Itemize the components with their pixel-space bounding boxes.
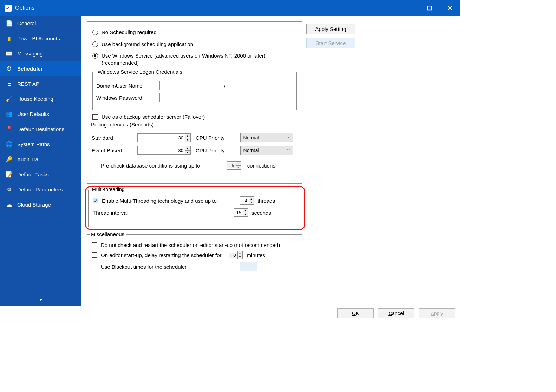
radio-windows-service-label: Use Windows Service (advanced users on W…	[102, 52, 288, 66]
sidebar-item-label: System Paths	[17, 141, 50, 147]
polling-legend: Polling Intervals (Seconds)	[90, 122, 155, 128]
misc-group: Miscellaneous Do not check and restart t…	[87, 234, 302, 287]
thread-interval-label: Thread interval	[93, 210, 234, 216]
standard-cpu-combo[interactable]: Normal ﹀	[240, 133, 293, 142]
sidebar-item-audittrail[interactable]: 🔑 Audit Trail	[0, 152, 81, 167]
nocheck-checkbox[interactable]	[92, 242, 97, 248]
down-arrow-icon[interactable]: ▼	[185, 138, 190, 142]
sidebar-item-label: Default Tasks	[17, 171, 49, 177]
down-arrow-icon[interactable]: ▼	[243, 213, 248, 217]
sidebar-item-general[interactable]: 📄 General	[0, 16, 81, 31]
down-arrow-icon[interactable]: ▼	[185, 151, 190, 155]
up-arrow-icon[interactable]: ▲	[185, 146, 190, 151]
sidebar-item-housekeeping[interactable]: 🧹 House Keeping	[0, 91, 81, 106]
precheck-spinner[interactable]: 5 ▲▼	[227, 161, 241, 170]
polling-group: Polling Intervals (Seconds) Standard 30 …	[87, 125, 302, 184]
multithreading-group: Multi-threading Enable Multi-Threading t…	[88, 190, 302, 227]
enable-multithreading-checkbox[interactable]	[93, 198, 98, 203]
ok-button[interactable]: OK	[337, 308, 374, 318]
start-service-button[interactable]: Start Service	[306, 38, 355, 48]
event-cpu-value: Normal	[243, 148, 259, 153]
maximize-button[interactable]	[419, 0, 440, 16]
event-value: 30	[138, 148, 185, 153]
audit-icon: 🔑	[5, 156, 13, 163]
sidebar-item-defaultdestinations[interactable]: 📍 Default Destinations	[0, 122, 81, 137]
users-icon: 👥	[5, 110, 13, 118]
sidebar-item-systempaths[interactable]: 🌐 System Paths	[0, 137, 81, 152]
delay-checkbox[interactable]	[92, 252, 97, 258]
radio-no-scheduling-label: No Scheduling required	[102, 29, 157, 36]
up-arrow-icon[interactable]: ▲	[249, 197, 254, 201]
titlebar: ✔ Options	[0, 0, 460, 16]
sidebar-item-label: Default Destinations	[17, 126, 64, 132]
minimize-button[interactable]	[399, 0, 419, 16]
interval-value: 15	[234, 210, 243, 215]
threads-value: 4	[240, 198, 249, 203]
standard-spinner[interactable]: 30 ▲▼	[137, 133, 191, 142]
messaging-icon: ✉️	[5, 50, 13, 58]
standard-label: Standard	[92, 135, 137, 141]
sidebar-item-label: Audit Trail	[17, 156, 41, 162]
delay-spinner[interactable]: 0 ▲▼	[229, 251, 243, 259]
standard-value: 30	[138, 135, 185, 141]
delay-value: 0	[229, 253, 237, 258]
content-area: No Scheduling required Use background sc…	[81, 16, 460, 306]
sidebar-item-restapi[interactable]: 🖥 REST API	[0, 76, 81, 91]
chevron-down-icon: ﹀	[287, 135, 290, 140]
up-arrow-icon[interactable]: ▲	[185, 134, 190, 138]
event-label: Event-Based	[92, 148, 137, 153]
threads-spinner[interactable]: 4 ▲▼	[240, 196, 254, 205]
globe-icon: 🌐	[5, 141, 13, 148]
apply-setting-button[interactable]: Apply Setting	[306, 24, 355, 34]
domain-user-separator: \	[224, 83, 225, 89]
down-arrow-icon[interactable]: ▼	[236, 166, 241, 170]
radio-background-app[interactable]	[92, 41, 98, 47]
chevron-down-icon: ﹀	[287, 148, 290, 153]
powerbi-icon: ▮	[5, 35, 13, 43]
up-arrow-icon[interactable]: ▲	[236, 162, 241, 166]
sidebar-item-defaulttasks[interactable]: 📝 Default Tasks	[0, 167, 81, 182]
interval-spinner[interactable]: 15 ▲▼	[234, 208, 248, 217]
failover-checkbox[interactable]	[92, 114, 98, 120]
password-input[interactable]	[159, 93, 286, 102]
event-spinner[interactable]: 30 ▲▼	[137, 146, 191, 155]
options-window: ✔ Options 📄 General ▮ PowerBI Accounts ✉…	[0, 0, 460, 320]
precheck-checkbox[interactable]	[92, 163, 97, 168]
blackout-ellipsis-button[interactable]: ...	[240, 262, 257, 271]
connections-label: connections	[247, 163, 275, 169]
sidebar-item-cloudstorage[interactable]: ☁ Cloud Storage	[0, 197, 81, 212]
up-arrow-icon[interactable]: ▲	[243, 209, 248, 213]
cancel-button[interactable]: Cancel	[378, 308, 414, 318]
sidebar-expand-toggle[interactable]: ▾	[0, 297, 81, 302]
chevron-down-icon: ▾	[40, 297, 42, 302]
blackout-checkbox[interactable]	[92, 264, 97, 269]
domain-input[interactable]	[159, 81, 221, 90]
sidebar-item-messaging[interactable]: ✉️ Messaging	[0, 46, 81, 61]
credentials-fieldset: Windows Service Logon Credentials Domain…	[92, 69, 297, 110]
cloud-icon: ☁	[5, 201, 13, 209]
sidebar-item-powerbi[interactable]: ▮ PowerBI Accounts	[0, 31, 81, 46]
sidebar: 📄 General ▮ PowerBI Accounts ✉️ Messagin…	[0, 16, 81, 306]
sidebar-item-label: Messaging	[17, 51, 43, 57]
failover-label: Use as a backup scheduler server (Failov…	[102, 114, 205, 120]
sidebar-item-label: PowerBI Accounts	[17, 35, 60, 41]
down-arrow-icon[interactable]: ▼	[238, 255, 242, 259]
nocheck-label: Do not check and restart the scheduler o…	[101, 242, 280, 248]
sidebar-item-label: House Keeping	[17, 96, 53, 102]
event-cpu-combo[interactable]: Normal ﹀	[240, 146, 293, 155]
destinations-icon: 📍	[5, 125, 13, 133]
sidebar-item-userdefaults[interactable]: 👥 User Defaults	[0, 106, 81, 122]
blackout-label: Use Blackout times for the scheduler	[101, 264, 187, 270]
credentials-legend: Windows Service Logon Credentials	[96, 69, 184, 75]
username-input[interactable]	[228, 81, 289, 90]
down-arrow-icon[interactable]: ▼	[249, 201, 254, 205]
radio-windows-service[interactable]	[92, 53, 98, 59]
sidebar-item-scheduler[interactable]: ⏱ Scheduler	[0, 61, 81, 76]
close-button[interactable]	[440, 0, 460, 16]
parameters-icon: ⚙	[5, 186, 13, 194]
sidebar-item-label: Default Parameters	[17, 187, 63, 192]
radio-no-scheduling[interactable]	[92, 30, 98, 35]
apply-button[interactable]: Apply	[419, 308, 455, 318]
up-arrow-icon[interactable]: ▲	[238, 251, 242, 255]
sidebar-item-defaultparameters[interactable]: ⚙ Default Parameters	[0, 182, 81, 197]
